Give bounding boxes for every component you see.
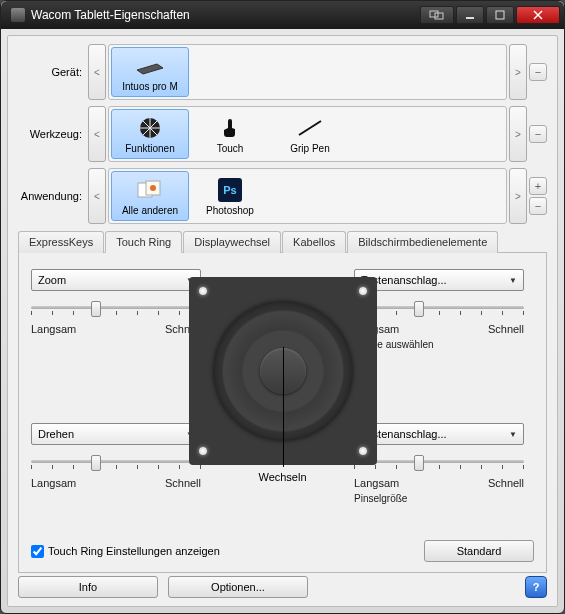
tool-next-button[interactable]: > <box>509 106 527 162</box>
ring-dot-icon <box>359 287 367 295</box>
quadrant-top-left: Zoom ▼ LangsamSchnell <box>31 269 211 335</box>
info-button[interactable]: Info <box>18 576 158 598</box>
functions-icon <box>133 115 167 141</box>
chevron-down-icon: ▼ <box>509 430 517 439</box>
ring-dot-icon <box>199 287 207 295</box>
svg-rect-0 <box>430 11 438 17</box>
show-settings-label: Touch Ring Einstellungen anzeigen <box>48 545 220 557</box>
tool-chip-label: Touch <box>217 143 244 154</box>
tool-chip-label: Grip Pen <box>290 143 329 154</box>
ring-callout-line <box>283 347 284 467</box>
tool-chip-label: Funktionen <box>125 143 174 154</box>
info-button-label: Info <box>79 581 97 593</box>
touch-icon <box>213 115 247 141</box>
tab-footer: Touch Ring Einstellungen anzeigen Standa… <box>31 540 534 562</box>
app-row: Anwendung: < Alle anderen Ps Photoshop >… <box>18 168 547 224</box>
tool-prev-button[interactable]: < <box>88 106 106 162</box>
aux-window-button[interactable] <box>420 6 454 24</box>
combo-tr[interactable]: Tastenanschlag... ▼ <box>354 269 524 291</box>
device-remove-button[interactable]: − <box>529 63 547 81</box>
app-strip: Alle anderen Ps Photoshop <box>108 168 507 224</box>
combo-bl[interactable]: Drehen ▼ <box>31 423 201 445</box>
aux-icon <box>429 10 445 20</box>
help-icon: ? <box>533 581 540 593</box>
app-chip-label: Photoshop <box>206 205 254 216</box>
app-prev-button[interactable]: < <box>88 168 106 224</box>
tab-kabellos[interactable]: Kabellos <box>282 231 346 253</box>
device-label: Gerät: <box>18 66 88 78</box>
slider-thumb[interactable] <box>91 455 101 471</box>
close-button[interactable] <box>516 6 560 24</box>
client-area: Gerät: < Intuos pro M > − Werkzeug: < <box>7 35 558 607</box>
titlebar[interactable]: Wacom Tablett-Eigenschaften <box>1 1 564 29</box>
bottom-bar: Info Optionen... ? <box>18 576 547 598</box>
device-next-button[interactable]: > <box>509 44 527 100</box>
tab-touchring[interactable]: Touch Ring <box>105 231 182 253</box>
svg-point-15 <box>150 185 156 191</box>
tool-chip-touch[interactable]: Touch <box>191 109 269 159</box>
minimize-icon <box>465 10 475 20</box>
combo-label: Zoom <box>38 274 66 286</box>
app-remove-button[interactable]: − <box>529 197 547 215</box>
quadrant-bottom-left: Drehen ▼ LangsamSchnell <box>31 423 211 489</box>
slider-max-label: Schnell <box>165 477 201 489</box>
tool-row: Werkzeug: < Funktionen Touch Grip Pen > … <box>18 106 547 162</box>
slider-thumb[interactable] <box>414 455 424 471</box>
slider-bl[interactable]: LangsamSchnell <box>31 455 201 489</box>
app-label: Anwendung: <box>18 190 88 202</box>
photoshop-icon: Ps <box>213 177 247 203</box>
default-button[interactable]: Standard <box>424 540 534 562</box>
default-button-label: Standard <box>457 545 502 557</box>
tab-bildschirm[interactable]: Bildschirmbedienelemente <box>347 231 498 253</box>
slider-min-label: Langsam <box>31 477 76 489</box>
slider-tl[interactable]: LangsamSchnell <box>31 301 201 335</box>
combo-tl[interactable]: Zoom ▼ <box>31 269 201 291</box>
quad-subtext: Ebene auswählen <box>354 339 534 350</box>
slider-thumb[interactable] <box>91 301 101 317</box>
tool-chip-grippen[interactable]: Grip Pen <box>271 109 349 159</box>
device-chip[interactable]: Intuos pro M <box>111 47 189 97</box>
close-icon <box>533 10 543 20</box>
app-next-button[interactable]: > <box>509 168 527 224</box>
tool-chip-functions[interactable]: Funktionen <box>111 109 189 159</box>
combo-br[interactable]: Tastenanschlag... ▼ <box>354 423 524 445</box>
svg-rect-3 <box>496 11 504 19</box>
device-strip: Intuos pro M <box>108 44 507 100</box>
show-settings-checkbox[interactable]: Touch Ring Einstellungen anzeigen <box>31 545 220 558</box>
ring-switch-label: Wechseln <box>258 471 306 483</box>
slider-max-label: Schnell <box>488 323 524 335</box>
device-chip-label: Intuos pro M <box>122 81 178 92</box>
quad-subtext: Pinselgröße <box>354 493 534 504</box>
tool-remove-button[interactable]: − <box>529 125 547 143</box>
tool-strip: Funktionen Touch Grip Pen <box>108 106 507 162</box>
ring-dot-icon <box>199 447 207 455</box>
options-button[interactable]: Optionen... <box>168 576 308 598</box>
help-button[interactable]: ? <box>525 576 547 598</box>
svg-line-12 <box>299 121 321 135</box>
show-settings-checkbox-input[interactable] <box>31 545 44 558</box>
slider-tr[interactable]: LangsamSchnell <box>354 301 524 335</box>
svg-marker-6 <box>137 64 163 74</box>
svg-rect-1 <box>435 13 443 19</box>
quadrant-top-right: Tastenanschlag... ▼ LangsamSchnell Ebene… <box>354 269 534 350</box>
maximize-icon <box>495 10 505 20</box>
slider-br[interactable]: LangsamSchnell <box>354 455 524 489</box>
app-chip-all[interactable]: Alle anderen <box>111 171 189 221</box>
ring-dot-icon <box>359 447 367 455</box>
svg-text:Ps: Ps <box>223 184 236 196</box>
app-icon <box>11 8 25 22</box>
device-prev-button[interactable]: < <box>88 44 106 100</box>
app-chip-photoshop[interactable]: Ps Photoshop <box>191 171 269 221</box>
quadrant-bottom-right: Tastenanschlag... ▼ LangsamSchnell Pinse… <box>354 423 534 504</box>
app-add-button[interactable]: + <box>529 177 547 195</box>
slider-min-label: Langsam <box>354 477 399 489</box>
tool-label: Werkzeug: <box>18 128 88 140</box>
slider-thumb[interactable] <box>414 301 424 317</box>
minimize-button[interactable] <box>456 6 484 24</box>
window-title: Wacom Tablett-Eigenschaften <box>31 8 420 22</box>
device-row: Gerät: < Intuos pro M > − <box>18 44 547 100</box>
pen-icon <box>293 115 327 141</box>
maximize-button[interactable] <box>486 6 514 24</box>
tab-displaywechsel[interactable]: Displaywechsel <box>183 231 281 253</box>
tab-expresskeys[interactable]: ExpressKeys <box>18 231 104 253</box>
